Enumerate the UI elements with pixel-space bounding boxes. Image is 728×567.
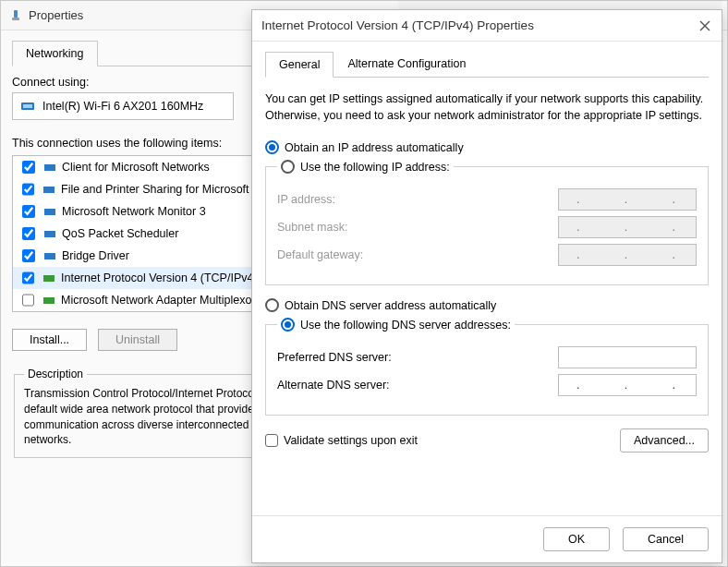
radio-label: Use the following IP address: [300, 161, 450, 174]
dialog-bottom-row: Validate settings upon exit Advanced... [265, 428, 709, 452]
preferred-dns-label: Preferred DNS server: [277, 351, 392, 364]
component-checkbox[interactable] [22, 271, 34, 284]
help-text: You can get IP settings assigned automat… [265, 90, 709, 124]
radio-icon [265, 298, 279, 312]
dns-manual-group: Use the following DNS server addresses: … [265, 318, 709, 416]
radio-label: Obtain an IP address automatically [285, 141, 464, 154]
ipv4-icon [42, 272, 55, 284]
radio-icon [265, 140, 279, 154]
dialog-titlebar: Internet Protocol Version 4 (TCP/IPv4) P… [252, 10, 722, 42]
default-gateway-input [558, 244, 697, 266]
ip-manual-group: Use the following IP address: IP address… [265, 160, 709, 285]
svg-rect-4 [44, 164, 55, 171]
preferred-dns-input[interactable] [558, 346, 697, 368]
monitor-icon [43, 206, 56, 217]
radio-label: Obtain DNS server address automatically [285, 299, 496, 312]
list-item-label: QoS Packet Scheduler [62, 227, 178, 240]
list-item-label: File and Printer Sharing for Microsoft N… [61, 183, 261, 196]
svg-rect-8 [44, 253, 55, 259]
component-checkbox[interactable] [22, 205, 35, 218]
advanced-button[interactable]: Advanced... [620, 428, 709, 452]
list-item[interactable]: Microsoft Network Adapter Multiplexor Pr… [13, 289, 261, 311]
radio-dns-auto[interactable]: Obtain DNS server address automatically [265, 298, 709, 312]
uninstall-button: Uninstall [98, 329, 177, 351]
list-item[interactable]: Microsoft Network Monitor 3 [13, 200, 261, 223]
validate-label: Validate settings upon exit [284, 434, 418, 447]
network-client-icon [43, 162, 56, 173]
cancel-button[interactable]: Cancel [623, 527, 709, 551]
list-item-label: Bridge Driver [62, 249, 129, 262]
subnet-mask-input [558, 216, 697, 238]
component-checkbox[interactable] [22, 227, 35, 240]
list-item-label: Microsoft Network Adapter Multiplexor Pr… [61, 294, 261, 307]
svg-rect-1 [12, 18, 19, 20]
default-gateway-label: Default gateway: [277, 248, 363, 261]
adapter-titlebar-icon [8, 8, 23, 23]
tab-general[interactable]: General [265, 52, 334, 78]
alternate-dns-input[interactable] [558, 374, 697, 396]
adapter-name-text: Intel(R) Wi-Fi 6 AX201 160MHz [42, 100, 203, 113]
component-checkbox[interactable] [22, 249, 35, 262]
alternate-dns-label: Alternate DNS server: [277, 379, 390, 392]
radio-ip-manual[interactable] [281, 160, 295, 174]
validate-checkbox[interactable] [265, 434, 278, 447]
list-item[interactable]: Client for Microsoft Networks [13, 156, 261, 178]
close-icon[interactable] [698, 18, 712, 33]
adapter-icon [20, 101, 35, 112]
components-listbox[interactable]: Client for Microsoft Networks File and P… [12, 155, 261, 312]
ipv4-properties-dialog: Internet Protocol Version 4 (TCP/IPv4) P… [251, 9, 722, 563]
list-item[interactable]: File and Printer Sharing for Microsoft N… [13, 178, 261, 200]
tab-alternate-configuration[interactable]: Alternate Configuration [334, 51, 479, 77]
list-item[interactable]: Bridge Driver [13, 245, 261, 267]
radio-label: Use the following DNS server addresses: [300, 319, 511, 332]
list-item[interactable]: QoS Packet Scheduler [13, 223, 261, 245]
bridge-icon [43, 250, 56, 261]
dialog-title: Internet Protocol Version 4 (TCP/IPv4) P… [261, 18, 534, 32]
svg-rect-7 [44, 231, 55, 237]
ip-address-label: IP address: [277, 193, 335, 206]
validate-settings-checkbox-row[interactable]: Validate settings upon exit [265, 434, 418, 447]
dialog-body: General Alternate Configuration You can … [252, 42, 722, 515]
ok-button[interactable]: OK [543, 527, 610, 551]
ip-address-input [558, 188, 697, 211]
subnet-mask-label: Subnet mask: [277, 221, 347, 234]
radio-ip-auto[interactable]: Obtain an IP address automatically [265, 140, 709, 154]
radio-dns-manual[interactable] [281, 318, 295, 332]
list-item-label: Internet Protocol Version 4 (TCP/IPv4) [61, 271, 258, 284]
svg-rect-6 [44, 209, 55, 215]
dialog-tabs: General Alternate Configuration [265, 51, 709, 78]
install-button[interactable]: Install... [12, 329, 87, 351]
tab-networking[interactable]: Networking [12, 41, 98, 66]
list-item[interactable]: Internet Protocol Version 4 (TCP/IPv4) [13, 267, 261, 289]
svg-rect-9 [43, 275, 55, 282]
svg-rect-5 [43, 187, 55, 193]
svg-rect-3 [23, 104, 32, 108]
component-checkbox[interactable] [22, 161, 35, 174]
file-sharing-icon [42, 184, 55, 195]
svg-rect-10 [43, 297, 55, 304]
svg-rect-0 [14, 10, 18, 18]
adapter-name-box[interactable]: Intel(R) Wi-Fi 6 AX201 160MHz [12, 92, 234, 120]
description-legend: Description [24, 368, 87, 380]
description-text: Transmission Control Protocol/Internet P… [24, 386, 290, 448]
dialog-footer: OK Cancel [252, 515, 722, 562]
component-checkbox[interactable] [22, 183, 34, 196]
back-window-title: Properties [29, 8, 83, 22]
multiplexor-icon [42, 295, 55, 306]
list-item-label: Microsoft Network Monitor 3 [62, 205, 206, 218]
list-item-label: Client for Microsoft Networks [62, 161, 210, 174]
component-checkbox[interactable] [22, 294, 34, 307]
qos-icon [43, 228, 56, 239]
